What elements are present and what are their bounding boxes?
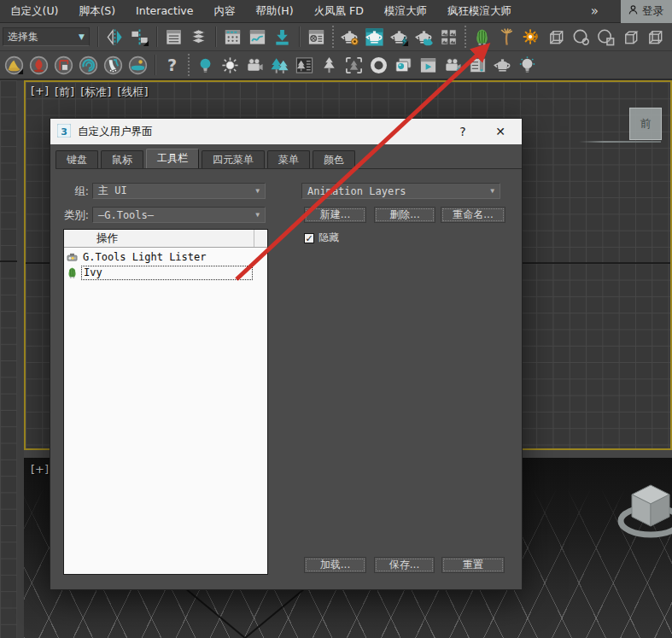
login-button[interactable]: 登录 (621, 0, 672, 23)
rendered-frame-teapot-icon[interactable] (363, 26, 386, 49)
svg-text:?: ? (167, 56, 177, 75)
delete-button[interactable]: 删除... (374, 207, 435, 223)
plugins-toolbar: ? (0, 51, 672, 80)
camera-plus-icon[interactable] (441, 54, 465, 77)
tree-panel-icon[interactable] (293, 54, 316, 77)
column-divider (254, 230, 254, 247)
viewport-label[interactable]: [+] (31, 463, 49, 476)
dialog-titlebar[interactable]: 3 自定义用户界面 ? ✕ (50, 119, 522, 144)
rename-button[interactable]: 重命名... (441, 207, 505, 223)
align-icon[interactable] (128, 26, 151, 49)
action-list-header[interactable]: 操作 (64, 230, 267, 248)
layer-explorer-icon[interactable] (187, 26, 210, 49)
viewport-label-segment-1[interactable]: [前] (55, 85, 74, 100)
tree-icon[interactable] (495, 26, 518, 49)
viewport-label-segment-3[interactable]: [线框] (117, 85, 148, 100)
tab-菜单[interactable]: 菜单 (267, 150, 310, 168)
new-button[interactable]: 新建... (304, 207, 366, 223)
viewcube[interactable] (611, 477, 672, 545)
play-window-icon[interactable] (417, 54, 440, 77)
menu-bar: 自定义(U)脚本(S)Interactive内容帮助(H)火凤凰 FD模渲大师疯… (0, 0, 672, 23)
menu-item-4[interactable]: 帮助(H) (245, 0, 303, 22)
sand-scatter-icon[interactable] (3, 54, 26, 77)
photos-icon[interactable] (392, 54, 415, 77)
light-bulb-icon[interactable] (194, 54, 217, 77)
svg-text:3: 3 (61, 126, 67, 137)
category-dropdown[interactable]: —G.Tools— ▼ (92, 207, 266, 223)
viewcube-face-label: 前 (640, 116, 652, 132)
sun-wrench-icon[interactable] (520, 26, 543, 49)
window-panel-icon[interactable] (466, 54, 489, 77)
render-setup-teapot-icon[interactable] (338, 26, 361, 49)
app-logo-icon: 3 (57, 124, 71, 140)
menu-overflow-chevrons[interactable]: » (586, 3, 621, 19)
viewport-splitter-vertical[interactable] (17, 80, 24, 638)
viewcube[interactable]: 前 (629, 108, 662, 140)
camera-icon[interactable] (243, 54, 266, 77)
tab-工具栏[interactable]: 工具栏 (146, 149, 199, 168)
dialog-help-button[interactable]: ? (450, 125, 476, 138)
help-icon[interactable]: ? (161, 54, 184, 77)
mirror-icon[interactable] (103, 26, 126, 49)
forest-icon[interactable] (268, 54, 291, 77)
cylinder-outline-icon[interactable] (594, 26, 617, 49)
chevron-down-icon: ▼ (79, 32, 85, 41)
menu-item-3[interactable]: 内容 (203, 0, 245, 22)
render-presets-icon[interactable] (437, 26, 460, 49)
tree-frame-icon[interactable] (342, 54, 365, 77)
waterfall-icon[interactable] (102, 54, 125, 77)
scene-explorer-icon[interactable] (162, 26, 185, 49)
left-viewport-edge[interactable] (0, 80, 17, 638)
action-item-label: Ivy (81, 266, 253, 280)
menu-item-1[interactable]: 脚本(S) (68, 0, 126, 22)
crane-icon[interactable] (52, 54, 75, 77)
render-to-texture-icon[interactable] (271, 26, 294, 49)
viewport-label-segment-0[interactable]: [+] (31, 85, 49, 100)
dialog-close-button[interactable]: ✕ (488, 125, 513, 138)
tab-颜色[interactable]: 颜色 (313, 150, 355, 168)
menu-item-5[interactable]: 火凤凰 FD (304, 0, 374, 22)
group-dropdown[interactable]: 主 UI ▼ (92, 183, 266, 199)
clipped-shape-icon[interactable] (644, 26, 667, 49)
save-button[interactable]: 保存... (374, 557, 435, 573)
cube-outline-icon[interactable] (545, 26, 568, 49)
sun-icon[interactable] (219, 54, 242, 77)
ivy-icon[interactable] (470, 26, 494, 49)
action-item-label: G.Tools Light Lister (81, 251, 253, 264)
box-outline-icon[interactable] (619, 26, 642, 49)
action-list-item[interactable]: Ivy (64, 265, 267, 280)
action-list-item[interactable]: G.Tools Light Lister (64, 249, 267, 265)
toolbar-select-dropdown[interactable]: Animation Layers ▼ (301, 183, 500, 199)
material-window-icon[interactable] (221, 26, 244, 49)
cloud-render-teapot-icon[interactable] (412, 26, 435, 49)
ring-icon[interactable] (367, 54, 390, 77)
tab-四元菜单[interactable]: 四元菜单 (202, 150, 265, 168)
swirl-icon[interactable] (77, 54, 100, 77)
sphere-outline-icon[interactable] (570, 26, 593, 49)
load-button[interactable]: 加载... (304, 557, 366, 573)
category-dropdown-value: —G.Tools— (98, 209, 154, 221)
bulb-dots-icon[interactable] (516, 54, 539, 77)
menu-item-2[interactable]: Interactive (126, 0, 203, 22)
tab-鼠标[interactable]: 鼠标 (101, 150, 143, 168)
toolbar-separator (97, 26, 98, 47)
quick-render-teapot-icon[interactable] (388, 26, 411, 49)
curve-editor-window-icon[interactable] (246, 26, 269, 49)
named-selection-sets-dropdown[interactable]: 选择集 ▼ (3, 27, 90, 46)
reset-button[interactable]: 重置 (441, 557, 505, 573)
viewport-label-segment-2[interactable]: [标准] (80, 85, 111, 100)
hide-checkbox[interactable]: ✓ 隐藏 (304, 231, 339, 245)
tab-键盘[interactable]: 键盘 (56, 150, 98, 168)
toolbar-separator (465, 26, 466, 48)
lake-icon[interactable] (126, 54, 149, 77)
menu-item-0[interactable]: 自定义(U) (0, 0, 68, 22)
red-tree-icon[interactable] (27, 54, 50, 77)
menu-item-6[interactable]: 模渲大师 (374, 0, 437, 22)
toolbar-separator (155, 55, 155, 75)
teapot-outline-icon[interactable] (491, 54, 514, 77)
ivy-icon (66, 266, 79, 279)
pine-tree-icon[interactable] (318, 54, 341, 77)
menu-item-7[interactable]: 疯狂模渲大师 (437, 0, 522, 22)
group-label: 组: (58, 184, 89, 199)
settings-window-icon[interactable] (305, 26, 328, 49)
